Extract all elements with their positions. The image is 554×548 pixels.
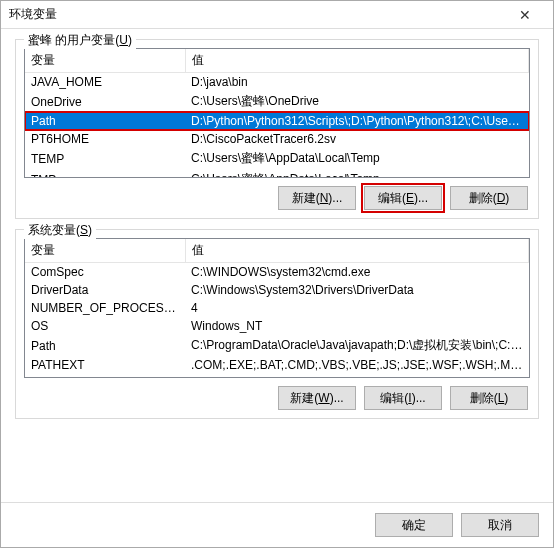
- titlebar: 环境变量 ✕: [1, 1, 553, 29]
- system-delete-button[interactable]: 删除(L): [450, 386, 528, 410]
- dialog-footer: 确定 取消: [1, 502, 553, 547]
- table-row[interactable]: DriverDataC:\Windows\System32\Drivers\Dr…: [25, 281, 529, 299]
- cell-name: Path: [25, 335, 185, 356]
- dialog-content: 蜜蜂 的用户变量(U) 变量 值 JAVA_HOMED:\java\binOne…: [1, 29, 553, 502]
- col-value[interactable]: 值: [185, 49, 529, 73]
- cell-value: C:\Windows\System32\Drivers\DriverData: [185, 281, 529, 299]
- system-buttons-row: 新建(W)... 编辑(I)... 删除(L): [24, 378, 530, 410]
- table-row[interactable]: NUMBER_OF_PROCESSORS4: [25, 299, 529, 317]
- cell-value: 4: [185, 299, 529, 317]
- table-row[interactable]: OneDriveC:\Users\蜜蜂\OneDrive: [25, 91, 529, 112]
- cell-value: C:\Users\蜜蜂\AppData\Local\Temp: [185, 148, 529, 169]
- table-row[interactable]: JAVA_HOMED:\java\bin: [25, 73, 529, 92]
- cell-value: C:\ProgramData\Oracle\Java\javapath;D:\虚…: [185, 335, 529, 356]
- table-row[interactable]: PT6HOMED:\CiscoPacketTracer6.2sv: [25, 130, 529, 148]
- cell-name: DriverData: [25, 281, 185, 299]
- user-edit-button[interactable]: 编辑(E)...: [364, 186, 442, 210]
- cell-value: D:\java\bin: [185, 73, 529, 92]
- col-name[interactable]: 变量: [25, 49, 185, 73]
- cell-value: .COM;.EXE;.BAT;.CMD;.VBS;.VBE;.JS;.JSE;.…: [185, 356, 529, 374]
- window-title: 环境变量: [9, 6, 505, 23]
- table-row[interactable]: OSWindows_NT: [25, 317, 529, 335]
- cell-value: D:\Python\Python312\Scripts\;D:\Python\P…: [185, 112, 529, 130]
- table-row[interactable]: ComSpecC:\WINDOWS\system32\cmd.exe: [25, 263, 529, 282]
- user-new-button[interactable]: 新建(N)...: [278, 186, 356, 210]
- close-icon[interactable]: ✕: [505, 7, 545, 23]
- system-new-button[interactable]: 新建(W)...: [278, 386, 356, 410]
- cell-name: NUMBER_OF_PROCESSORS: [25, 299, 185, 317]
- ok-button[interactable]: 确定: [375, 513, 453, 537]
- cell-value: Windows_NT: [185, 317, 529, 335]
- cell-name: JAVA_HOME: [25, 73, 185, 92]
- table-row[interactable]: TMPC:\Users\蜜蜂\AppData\Local\Temp: [25, 169, 529, 178]
- cell-name: OS: [25, 317, 185, 335]
- cell-name: PATHEXT: [25, 356, 185, 374]
- cell-name: OneDrive: [25, 91, 185, 112]
- cell-value: C:\Users\蜜蜂\AppData\Local\Temp: [185, 169, 529, 178]
- col-value[interactable]: 值: [185, 239, 529, 263]
- table-row[interactable]: PathD:\Python\Python312\Scripts\;D:\Pyth…: [25, 112, 529, 130]
- cell-value: C:\Users\蜜蜂\OneDrive: [185, 91, 529, 112]
- table-header-row: 变量 值: [25, 239, 529, 263]
- system-edit-button[interactable]: 编辑(I)...: [364, 386, 442, 410]
- edit-button-highlight: 编辑(E)...: [364, 186, 442, 210]
- user-delete-button[interactable]: 删除(D): [450, 186, 528, 210]
- cell-value: C:\WINDOWS\system32\cmd.exe: [185, 263, 529, 282]
- table-row[interactable]: PathC:\ProgramData\Oracle\Java\javapath;…: [25, 335, 529, 356]
- env-variables-dialog: 环境变量 ✕ 蜜蜂 的用户变量(U) 变量 值 JAVA_HOMED:\java…: [0, 0, 554, 548]
- cell-name: Path: [25, 112, 185, 130]
- cell-name: ComSpec: [25, 263, 185, 282]
- col-name[interactable]: 变量: [25, 239, 185, 263]
- cell-name: TEMP: [25, 148, 185, 169]
- cancel-button[interactable]: 取消: [461, 513, 539, 537]
- user-buttons-row: 新建(N)... 编辑(E)... 删除(D): [24, 178, 530, 210]
- table-row[interactable]: PATHEXT.COM;.EXE;.BAT;.CMD;.VBS;.VBE;.JS…: [25, 356, 529, 374]
- table-header-row: 变量 值: [25, 49, 529, 73]
- system-variables-group: 系统变量(S) 变量 值 ComSpecC:\WINDOWS\system32\…: [15, 229, 539, 419]
- user-variables-label: 蜜蜂 的用户变量(U): [24, 32, 136, 49]
- table-row[interactable]: TEMPC:\Users\蜜蜂\AppData\Local\Temp: [25, 148, 529, 169]
- user-variables-table[interactable]: 变量 值 JAVA_HOMED:\java\binOneDriveC:\User…: [24, 48, 530, 178]
- cell-name: PT6HOME: [25, 130, 185, 148]
- cell-value: D:\CiscoPacketTracer6.2sv: [185, 130, 529, 148]
- cell-name: TMP: [25, 169, 185, 178]
- system-variables-table[interactable]: 变量 值 ComSpecC:\WINDOWS\system32\cmd.exeD…: [24, 238, 530, 378]
- system-variables-label: 系统变量(S): [24, 222, 96, 239]
- user-variables-group: 蜜蜂 的用户变量(U) 变量 值 JAVA_HOMED:\java\binOne…: [15, 39, 539, 219]
